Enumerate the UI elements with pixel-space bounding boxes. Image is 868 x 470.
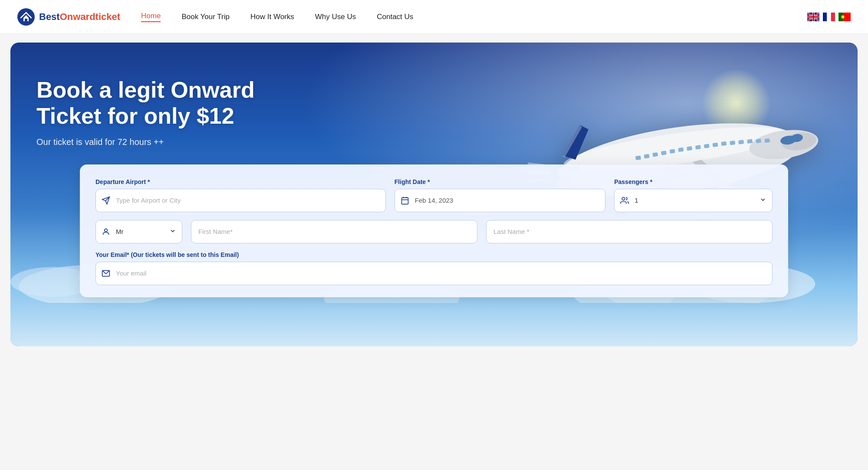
svg-point-8 xyxy=(841,15,845,19)
flag-pt[interactable] xyxy=(838,13,851,21)
salutation-person-icon xyxy=(102,227,110,236)
svg-rect-27 xyxy=(678,148,684,152)
email-row: Your Email* (Our tickets will be sent to… xyxy=(95,251,773,285)
first-name-input[interactable] xyxy=(191,220,477,243)
svg-rect-4 xyxy=(827,13,831,21)
passengers-input-wrap: 1 2 3 4 xyxy=(614,189,773,212)
logo-text-best: Best xyxy=(39,11,60,22)
departure-group: Departure Airport * xyxy=(95,178,386,212)
nav-book-trip[interactable]: Book Your Trip xyxy=(181,13,230,21)
booking-form-section: Departure Airport * Flight Date * xyxy=(80,164,788,297)
email-input-wrap xyxy=(95,262,773,285)
departure-label: Departure Airport * xyxy=(95,178,386,185)
svg-rect-24 xyxy=(652,152,658,157)
salutation-input-wrap: Mr Mrs Ms Dr xyxy=(95,220,182,243)
svg-rect-5 xyxy=(831,13,835,21)
svg-rect-25 xyxy=(661,151,667,155)
svg-rect-1 xyxy=(25,19,27,21)
navbar: BestOnwardticket Home Book Your Trip How… xyxy=(0,0,868,34)
nav-links: Home Book Your Trip How It Works Why Use… xyxy=(141,12,807,22)
svg-point-47 xyxy=(622,197,625,200)
last-name-input[interactable] xyxy=(486,220,773,243)
nav-why-use-us[interactable]: Why Use Us xyxy=(315,13,356,21)
last-name-group xyxy=(486,220,773,243)
hero-subtitle: Our ticket is valid for 72 hours ++ xyxy=(36,137,832,147)
email-input[interactable] xyxy=(95,262,773,285)
hero-section: Book a legit Onward Ticket for only $12 … xyxy=(10,43,858,346)
svg-rect-3 xyxy=(823,13,827,21)
svg-point-48 xyxy=(105,229,108,232)
hero-content: Book a legit Onward Ticket for only $12 … xyxy=(10,43,858,147)
passengers-group: Passengers * 1 2 xyxy=(614,178,773,212)
last-name-input-wrap xyxy=(486,220,773,243)
booking-form: Departure Airport * Flight Date * xyxy=(80,164,788,297)
flight-date-input[interactable] xyxy=(395,189,605,212)
hero-title: Book a legit Onward Ticket for only $12 xyxy=(36,77,297,129)
svg-rect-43 xyxy=(401,197,408,204)
plane-icon xyxy=(102,196,110,205)
nav-contact-us[interactable]: Contact Us xyxy=(377,13,413,21)
svg-rect-22 xyxy=(635,155,641,160)
nav-home[interactable]: Home xyxy=(141,12,161,22)
flight-date-input-wrap xyxy=(395,189,605,212)
form-row-2: Mr Mrs Ms Dr xyxy=(95,220,773,243)
passengers-select[interactable]: 1 2 3 4 xyxy=(614,189,773,212)
svg-rect-26 xyxy=(670,149,675,154)
language-flags xyxy=(807,13,851,21)
passengers-label: Passengers * xyxy=(614,178,773,185)
svg-rect-23 xyxy=(644,154,650,159)
calendar-icon xyxy=(401,196,409,205)
departure-input[interactable] xyxy=(95,189,386,212)
flight-date-label: Flight Date * xyxy=(395,178,605,185)
departure-input-wrap xyxy=(95,189,386,212)
email-label: Your Email* (Our tickets will be sent to… xyxy=(95,251,773,258)
logo-icon xyxy=(17,8,35,26)
first-name-group xyxy=(191,220,477,243)
email-icon xyxy=(102,269,110,278)
flag-fr[interactable] xyxy=(823,13,835,21)
person-icon xyxy=(620,196,629,205)
flag-uk[interactable] xyxy=(807,13,819,21)
logo[interactable]: BestOnwardticket xyxy=(17,8,120,26)
salutation-group: Mr Mrs Ms Dr xyxy=(95,220,182,243)
form-row-1: Departure Airport * Flight Date * xyxy=(95,178,773,212)
flight-date-group: Flight Date * xyxy=(395,178,605,212)
logo-text-onward: Onwardticket xyxy=(60,11,120,22)
nav-how-it-works[interactable]: How It Works xyxy=(250,13,294,21)
first-name-input-wrap xyxy=(191,220,477,243)
